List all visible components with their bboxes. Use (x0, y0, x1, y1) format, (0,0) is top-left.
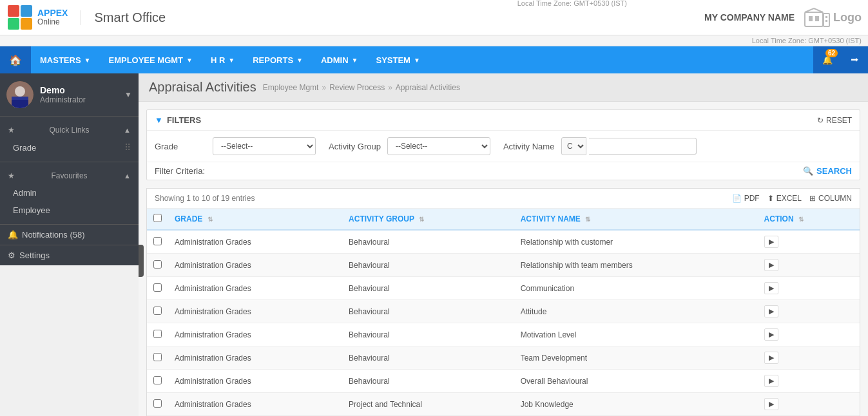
sidebar-notifications[interactable]: 🔔 Notifications (58) (0, 225, 139, 245)
sidebar-favourites-header[interactable]: ★ Favourites ▲ (0, 167, 139, 184)
sidebar-user-dropdown[interactable]: ▼ (124, 90, 132, 99)
nav-masters[interactable]: MASTERS ▼ (31, 46, 99, 73)
sidebar-favourites-section: ★ Favourites ▲ Admin Employee (0, 162, 139, 225)
nav-hr-arrow: ▼ (228, 57, 235, 64)
row-action-button[interactable]: ▶ (764, 328, 778, 341)
row-action-cell: ▶ (758, 346, 860, 370)
row-checkbox[interactable] (153, 353, 162, 361)
row-checkbox[interactable] (153, 376, 162, 384)
activity-name-prefix-select[interactable]: C (561, 137, 586, 155)
select-all-checkbox[interactable] (153, 214, 162, 222)
row-checkbox[interactable] (153, 330, 162, 338)
filter-criteria-row: Filter Criteria: 🔍 SEARCH (147, 162, 860, 180)
row-activity-name: Relationship with customer (514, 230, 758, 254)
nav-employee-mgmt[interactable]: EMPLOYEE MGMT ▼ (99, 46, 201, 73)
table-row: Administration Grades Behavioural Relati… (147, 230, 860, 254)
reset-button[interactable]: ↻ RESET (817, 116, 852, 125)
pdf-button[interactable]: 📄 PDF (732, 194, 760, 203)
user-avatar-svg (6, 81, 34, 108)
sidebar: Demo Administrator ▼ ★ Quick Links ▲ Gra… (0, 73, 139, 265)
header-grade[interactable]: GRADE ⇅ (168, 209, 342, 230)
excel-label: EXCEL (776, 194, 802, 203)
nav-admin[interactable]: ADMIN ▼ (312, 46, 367, 73)
nav-admin-arrow: ▼ (352, 57, 358, 64)
settings-label: Settings (19, 251, 50, 260)
quick-links-icon: ★ (8, 126, 15, 135)
activity-name-sort-icon: ⇅ (585, 216, 590, 223)
activity-name-filter-label: Activity Name (503, 142, 555, 151)
company-logo-area: Logo (804, 7, 862, 28)
grade-filter-select[interactable]: --Select-- (213, 137, 316, 155)
nav-bell-button[interactable]: 🔔 62 (813, 46, 842, 73)
row-grade: Administration Grades (168, 230, 342, 254)
header-activity-group[interactable]: ACTIVITY GROUP ⇅ (342, 209, 514, 230)
bell-badge: 62 (825, 49, 838, 57)
table-toolbar: Showing 1 to 10 of 19 entries 📄 PDF ⬆ EX… (147, 189, 860, 209)
sidebar-quick-links-header[interactable]: ★ Quick Links ▲ (0, 122, 139, 138)
row-action-button[interactable]: ▶ (764, 236, 778, 248)
nav-logout-button[interactable]: ⮕ (842, 46, 868, 73)
quick-links-collapse-icon: ▲ (124, 126, 131, 134)
row-action-button[interactable]: ▶ (764, 352, 778, 364)
table-row: Administration Grades Project and Techni… (147, 393, 860, 416)
main-content: Appraisal Activities Employee Mgmt » Rev… (139, 73, 868, 416)
app-name-online: Online (37, 18, 68, 26)
action-sort-icon: ⇅ (798, 216, 804, 223)
row-activity-name: Overall Behavioural (514, 370, 758, 393)
nav-hr[interactable]: H R ▼ (202, 46, 244, 73)
row-activity-name: Motivation Level (514, 323, 758, 346)
row-action-cell: ▶ (758, 230, 860, 254)
search-button[interactable]: 🔍 SEARCH (803, 166, 852, 176)
drag-icon: ⠿ (124, 142, 131, 153)
column-button[interactable]: ⊞ COLUMN (809, 194, 852, 203)
table-row: Administration Grades Behavioural Overal… (147, 370, 860, 393)
row-activity-group: Behavioural (342, 277, 514, 300)
app-logo: APPEX Online (6, 4, 68, 31)
main-layout: Demo Administrator ▼ ★ Quick Links ▲ Gra… (0, 73, 868, 416)
timezone-display: Local Time Zone: GMT+0530 (IST) (752, 37, 862, 44)
row-checkbox[interactable] (153, 260, 162, 269)
top-bar-right: MY COMPANY NAME Logo (704, 7, 862, 28)
row-grade: Administration Grades (168, 393, 342, 416)
row-action-button[interactable]: ▶ (764, 398, 778, 410)
excel-button[interactable]: ⬆ EXCEL (767, 194, 802, 203)
nav-system[interactable]: SYSTEM ▼ (367, 46, 429, 73)
search-icon: 🔍 (803, 166, 813, 176)
sidebar-user: Demo Administrator ▼ (0, 73, 139, 117)
row-checkbox[interactable] (153, 307, 162, 315)
app-logo-icon (6, 4, 34, 31)
row-action-button[interactable]: ▶ (764, 305, 778, 317)
row-grade: Administration Grades (168, 370, 342, 393)
nav-reports[interactable]: REPORTS ▼ (244, 46, 312, 73)
sidebar-item-employee[interactable]: Employee (0, 202, 139, 219)
reset-icon: ↻ (817, 116, 824, 125)
row-activity-name: Job Knowledge (514, 393, 758, 416)
activity-group-filter-select[interactable]: --Select-- (387, 137, 490, 155)
row-action-button[interactable]: ▶ (764, 375, 778, 387)
row-action-button[interactable]: ▶ (764, 282, 778, 294)
sidebar-collapse-handle[interactable] (139, 245, 144, 277)
row-checkbox[interactable] (153, 283, 162, 292)
table-head: GRADE ⇅ ACTIVITY GROUP ⇅ ACTIVITY NAME ⇅ (147, 209, 860, 230)
sidebar-item-admin[interactable]: Admin (0, 184, 139, 202)
sidebar-role: Administrator (40, 95, 118, 104)
sidebar-item-grade[interactable]: Grade ⠿ (0, 138, 139, 156)
filters-header: ▼ FILTERS ↻ RESET (147, 110, 860, 131)
activity-group-sort-icon: ⇅ (419, 216, 424, 223)
nav-home-button[interactable]: 🏠 (0, 46, 31, 73)
row-checkbox[interactable] (153, 399, 162, 408)
row-checkbox[interactable] (153, 237, 162, 245)
data-table: GRADE ⇅ ACTIVITY GROUP ⇅ ACTIVITY NAME ⇅ (147, 209, 860, 416)
filters-title: ▼ FILTERS (155, 115, 201, 125)
row-action-cell: ▶ (758, 254, 860, 277)
activity-name-text-input[interactable] (589, 138, 697, 155)
header-activity-name[interactable]: ACTIVITY NAME ⇅ (514, 209, 758, 230)
row-action-button[interactable]: ▶ (764, 259, 778, 271)
svg-rect-0 (8, 5, 19, 17)
app-name-appex: APPEX (37, 8, 68, 18)
top-bar-left: APPEX Online Smart Office (6, 4, 166, 31)
row-action-cell: ▶ (758, 300, 860, 323)
top-bar: APPEX Online Smart Office Local Time Zon… (0, 0, 868, 35)
sidebar-settings[interactable]: ⚙ Settings (0, 245, 139, 265)
filters-label: FILTERS (167, 115, 201, 125)
